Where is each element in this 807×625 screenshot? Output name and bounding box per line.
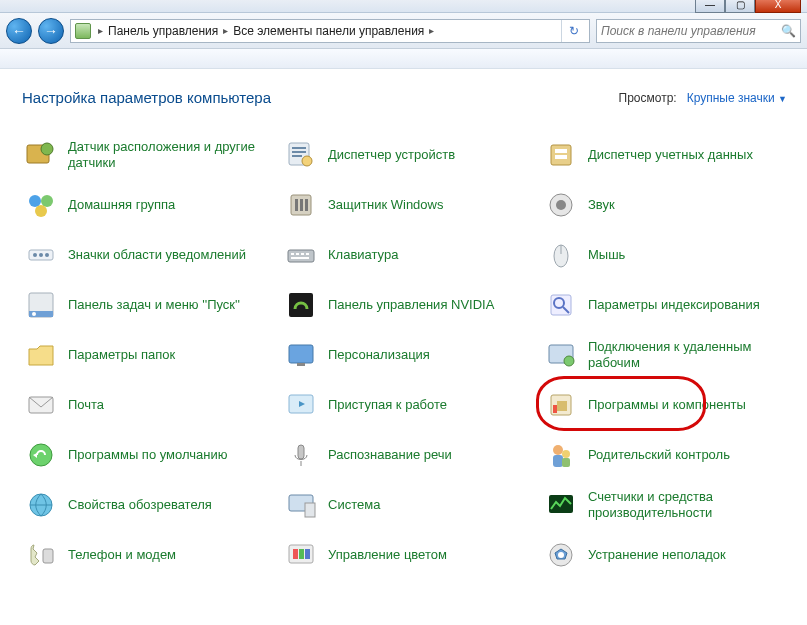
cp-item-label: Родительский контроль [588, 447, 730, 463]
cp-item-sensor[interactable]: Датчик расположения и другие датчики [22, 134, 272, 176]
cp-item-label: Устранение неполадок [588, 547, 726, 563]
cp-item-gettingstarted[interactable]: Приступая к работе [282, 384, 532, 426]
cp-item-inetopt[interactable]: Свойства обозревателя [22, 484, 272, 526]
page-title: Настройка параметров компьютера [22, 89, 271, 106]
keyboard-icon [284, 238, 318, 272]
programs-icon [544, 388, 578, 422]
cp-item-parental[interactable]: Родительский контроль [542, 434, 792, 476]
cp-item-label: Параметры папок [68, 347, 175, 363]
cp-item-label: Защитник Windows [328, 197, 443, 213]
gettingstarted-icon [284, 388, 318, 422]
control-panel-icon [75, 23, 91, 39]
cp-item-trayicons[interactable]: Значки области уведомлений [22, 234, 272, 276]
close-button[interactable]: X [755, 0, 801, 13]
cp-item-label: Домашняя группа [68, 197, 175, 213]
perf-icon [544, 488, 578, 522]
cp-item-label: Управление цветом [328, 547, 447, 563]
cp-item-mail[interactable]: Почта [22, 384, 272, 426]
cp-item-label: Звук [588, 197, 615, 213]
parental-icon [544, 438, 578, 472]
color-icon [284, 538, 318, 572]
search-box[interactable]: 🔍 [596, 19, 801, 43]
cp-item-troubleshoot[interactable]: Устранение неполадок [542, 534, 792, 576]
cp-item-label: Диспетчер учетных данных [588, 147, 753, 163]
control-panel-grid: Датчик расположения и другие датчикиДисп… [22, 134, 787, 576]
cp-item-label: Датчик расположения и другие датчики [68, 139, 270, 172]
cp-item-label: Параметры индексирования [588, 297, 760, 313]
cp-item-default[interactable]: Программы по умолчанию [22, 434, 272, 476]
speech-icon [284, 438, 318, 472]
cp-item-devicemgr[interactable]: Диспетчер устройств [282, 134, 532, 176]
cp-item-system[interactable]: Система [282, 484, 532, 526]
toolbar-strip [0, 49, 807, 69]
nvidia-icon [284, 288, 318, 322]
cp-item-speech[interactable]: Распознавание речи [282, 434, 532, 476]
cp-item-indexing[interactable]: Параметры индексирования [542, 284, 792, 326]
folder-icon [24, 338, 58, 372]
cp-item-label: Приступая к работе [328, 397, 447, 413]
cp-item-folder[interactable]: Параметры папок [22, 334, 272, 376]
cp-item-programs[interactable]: Программы и компоненты [542, 384, 792, 426]
personalize-icon [284, 338, 318, 372]
view-label: Просмотр: [619, 91, 677, 105]
cp-item-personalize[interactable]: Персонализация [282, 334, 532, 376]
breadcrumb-1[interactable]: Панель управления [108, 24, 218, 38]
window-buttons: — ▢ X [695, 0, 801, 13]
breadcrumb-2[interactable]: Все элементы панели управления [233, 24, 424, 38]
sensor-icon [24, 138, 58, 172]
taskbar-icon [24, 288, 58, 322]
cp-item-label: Диспетчер устройств [328, 147, 455, 163]
view-selector[interactable]: Крупные значки ▼ [687, 91, 787, 105]
cp-item-credentials[interactable]: Диспетчер учетных данных [542, 134, 792, 176]
minimize-button[interactable]: — [695, 0, 725, 13]
chevron-right-icon: ▸ [95, 25, 106, 36]
cp-item-label: Мышь [588, 247, 625, 263]
cp-item-label: Система [328, 497, 380, 513]
homegroup-icon [24, 188, 58, 222]
address-bar[interactable]: ▸ Панель управления ▸ Все элементы панел… [70, 19, 590, 43]
cp-item-label: Телефон и модем [68, 547, 176, 563]
refresh-icon[interactable]: ↻ [561, 19, 585, 43]
cp-item-mouse[interactable]: Мышь [542, 234, 792, 276]
maximize-button[interactable]: ▢ [725, 0, 755, 13]
cp-item-label: Программы по умолчанию [68, 447, 227, 463]
cp-item-perf[interactable]: Счетчики и средства производительности [542, 484, 792, 526]
content-area: Настройка параметров компьютера Просмотр… [0, 69, 807, 586]
cp-item-keyboard[interactable]: Клавиатура [282, 234, 532, 276]
system-icon [284, 488, 318, 522]
cp-item-nvidia[interactable]: Панель управления NVIDIA [282, 284, 532, 326]
trayicons-icon [24, 238, 58, 272]
cp-item-color[interactable]: Управление цветом [282, 534, 532, 576]
mouse-icon [544, 238, 578, 272]
inetopt-icon [24, 488, 58, 522]
cp-item-label: Программы и компоненты [588, 397, 746, 413]
cp-item-label: Клавиатура [328, 247, 398, 263]
cp-item-label: Подключения к удаленным рабочим [588, 339, 790, 372]
devicemgr-icon [284, 138, 318, 172]
default-icon [24, 438, 58, 472]
cp-item-defender[interactable]: Защитник Windows [282, 184, 532, 226]
back-button[interactable]: ← [6, 18, 32, 44]
cp-item-remote[interactable]: Подключения к удаленным рабочим [542, 334, 792, 376]
forward-button[interactable]: → [38, 18, 64, 44]
indexing-icon [544, 288, 578, 322]
search-input[interactable] [601, 24, 777, 38]
remote-icon [544, 338, 578, 372]
view-mode: Просмотр: Крупные значки ▼ [619, 91, 787, 105]
cp-item-label: Значки области уведомлений [68, 247, 246, 263]
phone-icon [24, 538, 58, 572]
cp-item-sound[interactable]: Звук [542, 184, 792, 226]
cp-item-label: Свойства обозревателя [68, 497, 212, 513]
chevron-right-icon: ▸ [426, 25, 437, 36]
chevron-right-icon: ▸ [220, 25, 231, 36]
mail-icon [24, 388, 58, 422]
cp-item-label: Счетчики и средства производительности [588, 489, 790, 522]
cp-item-homegroup[interactable]: Домашняя группа [22, 184, 272, 226]
cp-item-label: Персонализация [328, 347, 430, 363]
cp-item-phone[interactable]: Телефон и модем [22, 534, 272, 576]
cp-item-taskbar[interactable]: Панель задач и меню ''Пуск'' [22, 284, 272, 326]
titlebar: — ▢ X [0, 0, 807, 13]
nav-row: ← → ▸ Панель управления ▸ Все элементы п… [0, 13, 807, 49]
sound-icon [544, 188, 578, 222]
defender-icon [284, 188, 318, 222]
